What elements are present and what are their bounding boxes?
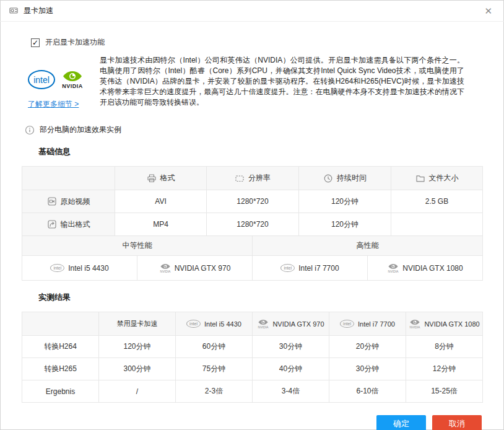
column-header-duration: 持续时间 [299,167,391,190]
gpu-app-icon [9,6,19,15]
enable-gpu-row: ✓ 开启显卡加速功能 [31,37,504,48]
table-row-h264: 转换H264 120分钟 60分钟 30分钟 20分钟 8分钟 [22,336,483,358]
cell: 3-4倍 [253,380,329,403]
table-row-original-video: 原始视频 AVI 1280*720 120分钟 2.5 GB [22,190,483,213]
nvidia-icon: NVIDIA [257,319,269,329]
cell: 20分钟 [329,336,406,358]
row-label: 原始视频 [61,197,90,206]
results-header-row: 禁用显卡加速 intelIntel i5 4430 NVIDIA NVIDIA … [22,312,483,336]
logo-column: intel NVIDIA 了解更多细节 > [28,55,100,110]
results-title: 实测结果 [38,292,504,303]
table-row-ergebnis: Ergebnis / 2-3倍 3-4倍 6-10倍 15-25倍 [22,380,483,403]
nvidia-icon: NVIDIA [409,319,421,329]
cell: 6-10倍 [329,380,406,403]
learn-more-link[interactable]: 了解更多细节 > [28,99,100,110]
row-label: Ergebnis [22,380,99,403]
column-header-filesize: 文件大小 [391,167,483,190]
column-header-format: 格式 [115,167,207,190]
cell: AVI [115,190,207,213]
enable-gpu-label: 开启显卡加速功能 [45,37,105,48]
cell [391,213,483,236]
column-header-label: 格式 [160,173,175,182]
nvidia-logo-text: NVIDIA [62,83,83,89]
nvidia-logo: NVIDIA [62,70,83,89]
intel-logo-text: intel [33,75,50,85]
cell: 1280*720 [207,190,299,213]
basic-info-table: 格式 分辨率 持续时间 文件大小 原始视频 AVI 1280*720 120分钟… [22,166,483,236]
gpu-acceleration-dialog: { "window": { "title": "显卡加速", "close_gl… [0,0,504,430]
gpu-label: NVIDIA GTX 970 [175,264,231,273]
folder-icon [415,173,425,183]
empty-header-cell [22,312,99,336]
column-header-label: NVIDIA GTX 970 [272,320,324,328]
performance-group-row: 中等性能 高性能 [22,236,483,256]
gpu-cell: NVIDIA NVIDIA GTX 970 [137,256,253,281]
column-header-no-accel: 禁用显卡加速 [99,312,176,336]
column-header-label: 分辨率 [248,173,271,182]
cell: / [99,380,176,403]
column-header-resolution: 分辨率 [207,167,299,190]
intel-icon: intel [280,264,295,272]
performance-group-medium: 中等性能 [22,236,253,256]
cell: 30分钟 [329,358,406,380]
gpu-cell: NVIDIA NVIDIA GTX 1080 [368,256,483,281]
info-icon [25,125,35,135]
intro-section: intel NVIDIA 了解更多细节 > 显卡加速技术由因特尔（Intel）公… [28,55,464,110]
cell: 1280*720 [207,213,299,236]
example-header-text: 部分电脑的加速效果实例 [40,125,121,135]
gpu-label: NVIDIA GTX 1080 [402,264,463,273]
brand-logos: intel NVIDIA [28,70,100,89]
intel-icon: intel [340,320,354,328]
nvidia-icon: NVIDIA [159,263,172,273]
results-table: 禁用显卡加速 intelIntel i5 4430 NVIDIA NVIDIA … [22,312,483,403]
gpu-cell: intelIntel i5 4430 [22,256,137,281]
footer-buttons: 确定 取消 [376,415,482,430]
video-camera-icon [47,196,57,206]
cell: 12分钟 [406,358,483,380]
gpu-cell: intelIntel i7 7700 [253,256,368,281]
cell: 60分钟 [176,336,253,358]
gpu-label: Intel i7 7700 [298,264,339,273]
ok-button[interactable]: 确定 [376,415,426,430]
resolution-icon [235,173,245,183]
basic-info-header-row: 格式 分辨率 持续时间 文件大小 [22,167,483,190]
row-label: 转换H265 [22,358,99,380]
cell: 120分钟 [99,336,176,358]
format-icon [147,173,157,183]
cell: 2.5 GB [391,190,483,213]
performance-table: 中等性能 高性能 intelIntel i5 4430 NVIDIA NVIDI… [22,235,483,281]
row-label-cell: 输出格式 [22,213,115,236]
check-mark-icon: ✓ [32,39,38,46]
column-header-gpu: NVIDIA NVIDIA GTX 970 [253,312,329,336]
gpu-row: intelIntel i5 4430 NVIDIA NVIDIA GTX 970… [22,256,483,281]
clock-icon [323,173,333,183]
row-label: 输出格式 [61,220,90,229]
row-label-cell: 原始视频 [22,190,115,213]
intel-icon: intel [50,264,64,272]
table-row-output-format: 输出格式 MP4 1280*720 120分钟 [22,213,483,236]
column-header-gpu: NVIDIA NVIDIA GTX 1080 [406,312,483,336]
column-header-label: 文件大小 [429,173,459,182]
close-icon[interactable]: ✕ [481,5,495,17]
cell: 40分钟 [253,358,329,380]
basic-info-title: 基础信息 [38,146,504,157]
titlebar: 显卡加速 ✕ [0,0,504,22]
cell: 120分钟 [299,213,391,236]
row-label: 转换H264 [22,336,99,358]
description-text: 显卡加速技术由因特尔（Intel）公司和英伟达（NVIDIA）公司提供。开启显卡… [100,55,464,110]
empty-header-cell [22,167,115,190]
column-header-label: NVIDIA GTX 1080 [424,320,479,328]
enable-gpu-checkbox[interactable]: ✓ [31,38,40,47]
gpu-label: Intel i5 4430 [68,264,108,273]
export-arrow-icon [47,219,57,229]
cell: 8分钟 [406,336,483,358]
performance-group-high: 高性能 [253,236,483,256]
cell: 120分钟 [299,190,391,213]
column-header-gpu: intelIntel i7 7700 [329,312,406,336]
cancel-button[interactable]: 取消 [432,415,482,430]
cell: 30分钟 [253,336,329,358]
nvidia-icon: NVIDIA [387,263,399,273]
cell: 75分钟 [176,358,253,380]
window-title: 显卡加速 [24,6,53,16]
column-header-label: 持续时间 [337,173,367,182]
